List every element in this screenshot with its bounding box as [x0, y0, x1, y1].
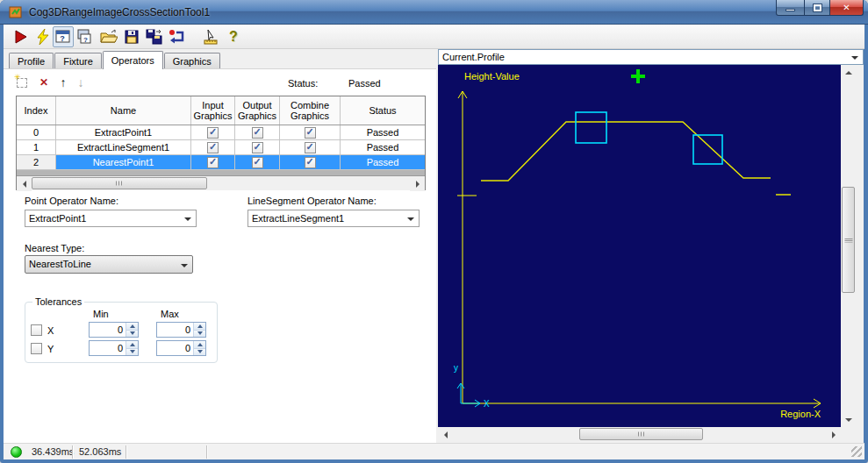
- statusbar-separator: [126, 445, 126, 459]
- electric-pointer-button[interactable]: [200, 26, 221, 47]
- name-cell[interactable]: ExtractPoint1: [56, 125, 191, 139]
- spin-down-icon[interactable]: [194, 349, 205, 356]
- tab-operators[interactable]: Operators: [103, 51, 163, 69]
- graphics-checkbox[interactable]: ✓: [191, 140, 235, 154]
- profile-display[interactable]: Height-ValueRegion-XXy: [438, 65, 841, 427]
- graphics-checkbox[interactable]: ✓: [280, 125, 341, 139]
- save-button[interactable]: [121, 26, 142, 47]
- name-cell[interactable]: ExtractLineSegment1: [56, 140, 191, 154]
- run-button[interactable]: [11, 26, 32, 47]
- run-icon: [13, 29, 29, 45]
- scroll-right-icon: [832, 431, 839, 438]
- record-selector-combobox[interactable]: Current.Profile: [438, 49, 864, 65]
- status-cell[interactable]: Passed: [341, 125, 425, 139]
- index-cell[interactable]: 2: [17, 155, 56, 169]
- display-v-scrollbar[interactable]: [841, 65, 857, 427]
- point-operator-combobox[interactable]: ExtractPoint1: [25, 210, 197, 227]
- spin-down-icon[interactable]: [126, 331, 138, 338]
- operators-table-body: 0ExtractPoint1✓✓✓Passed1ExtractLineSegme…: [17, 125, 425, 170]
- tolerance-x-min-spinner[interactable]: 0: [89, 322, 139, 338]
- operator-row-ExtractLineSegment1[interactable]: 1ExtractLineSegment1✓✓✓Passed: [17, 140, 425, 155]
- status-cell[interactable]: Passed: [341, 155, 425, 169]
- column-header-output[interactable]: Output Graphics: [235, 96, 280, 125]
- scroll-down-icon: [845, 418, 852, 425]
- tab-fixture[interactable]: Fixture: [54, 53, 102, 68]
- display-panel: Current.Profile Height-ValueRegion-XXy: [436, 49, 864, 443]
- tolerance-y-checkbox[interactable]: [31, 343, 42, 354]
- tolerance-y-min-value[interactable]: 0: [90, 341, 126, 355]
- operator-row-NearestPoint1[interactable]: 2NearestPoint1✓✓✓Passed: [17, 155, 425, 170]
- svg-text:y: y: [454, 363, 458, 373]
- graphics-checkbox[interactable]: ✓: [191, 155, 235, 169]
- tolerance-y-max-spinner[interactable]: 0: [156, 340, 206, 356]
- arrow-up-icon: ↑: [61, 75, 67, 89]
- spin-down-icon[interactable]: [194, 331, 205, 338]
- index-cell[interactable]: 0: [17, 125, 56, 139]
- column-header-status[interactable]: Status: [341, 96, 425, 125]
- record-selector-value: Current.Profile: [442, 52, 505, 62]
- spin-up-icon[interactable]: [194, 341, 205, 349]
- save-floppy-icon: [124, 29, 140, 45]
- point-operator-value: ExtractPoint1: [29, 213, 86, 224]
- column-header-combine[interactable]: Combine Graphics: [280, 96, 341, 125]
- spin-up-icon[interactable]: [126, 323, 138, 331]
- display-v-scroll-thumb[interactable]: [842, 187, 855, 293]
- delete-operator-button[interactable]: ✕: [36, 75, 52, 90]
- table-h-scroll-thumb[interactable]: [32, 177, 207, 189]
- delete-icon: ✕: [39, 76, 48, 89]
- titlebar[interactable]: Cog3DRangeImageCrossSectionTool1 ✕: [0, 0, 868, 25]
- tab-profile[interactable]: Profile: [9, 53, 54, 68]
- add-operator-button[interactable]: ✳: [14, 75, 30, 90]
- graphics-checkbox[interactable]: ✓: [235, 125, 280, 139]
- float-controls-button[interactable]: ?: [74, 26, 95, 47]
- tab-graphics[interactable]: Graphics: [164, 53, 220, 68]
- column-header-input[interactable]: Input Graphics: [191, 96, 235, 125]
- display-h-scroll-thumb[interactable]: [579, 428, 703, 440]
- nearest-type-combobox[interactable]: NearestToLine: [25, 255, 193, 274]
- scroll-up-icon: [845, 68, 852, 75]
- graphics-checkbox[interactable]: ✓: [235, 140, 280, 154]
- move-operator-up-button[interactable]: ↑: [55, 75, 71, 90]
- column-header-index[interactable]: Index: [17, 96, 56, 125]
- tolerances-group: Tolerances Min Max X 0 0 Y 0: [25, 302, 218, 363]
- operator-row-ExtractPoint1[interactable]: 0ExtractPoint1✓✓✓Passed: [17, 125, 425, 140]
- maximize-button[interactable]: [805, 0, 830, 16]
- spin-up-icon[interactable]: [126, 341, 138, 349]
- open-file-button[interactable]: [98, 26, 119, 47]
- spin-up-icon[interactable]: [194, 323, 205, 331]
- reset-button[interactable]: [167, 26, 188, 47]
- tolerance-x-max-value[interactable]: 0: [157, 323, 193, 337]
- tolerance-y-min-spinner[interactable]: 0: [89, 340, 139, 356]
- electric-run-button[interactable]: [32, 26, 54, 47]
- table-h-scrollbar[interactable]: [17, 175, 425, 190]
- tolerance-y-label: Y: [47, 344, 54, 354]
- resize-grip-icon[interactable]: [851, 446, 862, 457]
- tolerance-x-max-spinner[interactable]: 0: [156, 322, 206, 338]
- status-cell[interactable]: Passed: [341, 140, 425, 154]
- spin-down-icon[interactable]: [126, 349, 138, 356]
- status-bar: 36.439ms 52.063ms: [4, 443, 864, 459]
- graphics-checkbox[interactable]: ✓: [191, 125, 235, 139]
- column-header-name[interactable]: Name: [56, 96, 191, 125]
- close-button[interactable]: ✕: [830, 0, 864, 16]
- chevron-down-icon: [851, 56, 858, 63]
- show-controls-button[interactable]: ?: [53, 26, 74, 47]
- svg-text:?: ?: [60, 34, 65, 43]
- tolerance-y-max-value[interactable]: 0: [157, 341, 193, 355]
- display-h-scrollbar[interactable]: [438, 427, 841, 442]
- minimize-button[interactable]: [776, 0, 805, 16]
- tolerance-x-checkbox[interactable]: [31, 324, 42, 336]
- graphics-checkbox[interactable]: ✓: [235, 155, 280, 169]
- linesegment-operator-combobox[interactable]: ExtractLineSegment1: [247, 210, 420, 227]
- index-cell[interactable]: 1: [17, 140, 56, 154]
- save-as-button[interactable]: [144, 26, 165, 47]
- graphics-checkbox[interactable]: ✓: [280, 140, 341, 154]
- name-cell[interactable]: NearestPoint1: [56, 155, 191, 169]
- tolerance-x-min-value[interactable]: 0: [90, 323, 126, 337]
- graphics-checkbox[interactable]: ✓: [280, 155, 341, 169]
- svg-text:X: X: [484, 399, 490, 409]
- point-operator-label: Point Operator Name:: [25, 196, 118, 206]
- move-operator-down-button[interactable]: ↓: [73, 75, 89, 90]
- scroll-left-icon: [441, 431, 448, 438]
- help-button[interactable]: ?: [223, 26, 244, 47]
